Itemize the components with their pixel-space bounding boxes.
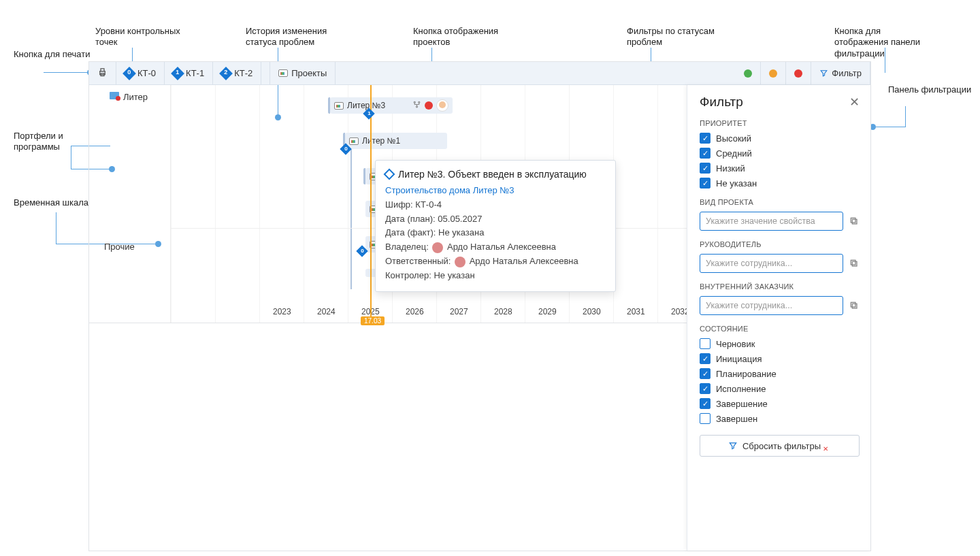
axis-year: 2028 xyxy=(494,307,512,316)
svg-rect-7 xyxy=(851,218,855,223)
kt2-icon: 2 xyxy=(219,67,233,80)
chk-none[interactable]: Не указан xyxy=(700,178,860,189)
kt1-icon: 1 xyxy=(171,67,184,80)
chk-high[interactable]: Высокий xyxy=(700,133,860,144)
chk-mid[interactable]: Средний xyxy=(700,148,860,159)
reset-label: Сбросить фильтры xyxy=(742,441,821,451)
tooltip-link[interactable]: Строительство дома Литер №3 xyxy=(385,185,514,195)
svg-rect-9 xyxy=(851,260,855,265)
status-red-button[interactable] xyxy=(786,62,811,84)
sec-kind: ВИД ПРОЕКТА xyxy=(700,198,860,206)
resp-label: Ответственный: xyxy=(385,256,451,266)
chk-plan[interactable]: Планирование xyxy=(700,368,860,379)
projects-icon xyxy=(278,69,288,77)
svg-rect-1 xyxy=(101,68,104,71)
svg-point-3 xyxy=(414,101,415,103)
kt0-button[interactable]: 0 КТ-0 xyxy=(116,62,165,84)
projects-label: Проекты xyxy=(291,68,327,78)
bar-liter3-label: Литер №3 xyxy=(347,101,385,110)
axis-year: 2031 xyxy=(627,307,645,316)
svg-point-4 xyxy=(419,101,420,103)
bar-liter1[interactable]: Литер №1 xyxy=(345,133,447,149)
print-icon xyxy=(97,67,108,80)
milestone-tooltip: Литер №3. Объект введен в эксплуатацию С… xyxy=(375,160,616,292)
sec-priority: ПРИОРИТЕТ xyxy=(700,119,860,127)
ann-timeline: Временная шкала xyxy=(14,197,88,208)
ann-projects: Кнопка отображения проектов xyxy=(413,26,508,48)
app-window: 0 КТ-0 1 КТ-1 2 КТ-2 Проекты Фильтр xyxy=(88,61,871,551)
axis-year: 2029 xyxy=(538,307,557,316)
copy-icon[interactable] xyxy=(849,216,860,227)
ann-filter-btn: Кнопка для отображения панели фильтрации xyxy=(834,26,930,59)
dot-green-icon xyxy=(744,69,752,78)
chk-init[interactable]: Инициация xyxy=(700,353,860,364)
fact-label: Дата (факт): xyxy=(385,227,436,238)
copy-icon[interactable] xyxy=(849,300,860,311)
sec-manager: РУКОВОДИТЕЛЬ xyxy=(700,240,860,248)
connector xyxy=(350,146,352,289)
status-orange-button[interactable] xyxy=(761,62,786,84)
svg-rect-11 xyxy=(851,302,855,307)
chk-done[interactable]: Завершен xyxy=(700,413,860,424)
svg-rect-6 xyxy=(852,219,857,224)
tooltip-title: Литер №3. Объект введен в эксплуатацию xyxy=(398,169,587,180)
filter-panel: Фильтр ✕ ПРИОРИТЕТ Высокий Средний Низки… xyxy=(687,85,870,551)
filter-icon xyxy=(819,69,828,78)
kt2-label: КТ-2 xyxy=(234,68,252,78)
branch-icon xyxy=(412,100,421,111)
group-other[interactable]: Прочие xyxy=(89,235,170,276)
axis-year: 2030 xyxy=(583,307,601,316)
chk-draft[interactable]: Черновик xyxy=(700,338,860,349)
axis-year: 2026 xyxy=(406,307,424,316)
project-kind-input[interactable] xyxy=(700,212,843,231)
sec-state: СОСТОЯНИЕ xyxy=(700,325,860,333)
projects-button[interactable]: Проекты xyxy=(270,62,336,84)
customer-input[interactable] xyxy=(700,296,843,315)
user-avatar-icon xyxy=(436,99,448,112)
plan-val: 05.05.2027 xyxy=(438,214,482,224)
bar-liter3[interactable]: Литер №3 xyxy=(330,97,453,114)
print-button[interactable] xyxy=(89,62,116,84)
axis-year: 2024 xyxy=(317,307,336,316)
group-liter[interactable]: Литер xyxy=(89,85,170,126)
chk-low[interactable]: Низкий xyxy=(700,163,860,174)
project-icon xyxy=(349,137,359,145)
axis-year: 2027 xyxy=(450,307,468,316)
resp-val: Ардо Наталья Алексеевна xyxy=(470,256,578,266)
ann-history: История изменения статуса проблем xyxy=(246,26,341,48)
ann-filter-panel: Панель фильтрации xyxy=(888,84,971,95)
copy-icon[interactable] xyxy=(849,258,860,269)
kt1-label: КТ-1 xyxy=(186,68,204,78)
owner-val: Ардо Наталья Алексеевна xyxy=(447,242,556,252)
filter-close-button[interactable]: ✕ xyxy=(849,95,860,110)
owner-label: Владелец: xyxy=(385,242,429,252)
ann-kt: Уровни контрольных точек xyxy=(95,26,191,48)
fact-val: Не указана xyxy=(438,227,484,238)
avatar-icon xyxy=(432,242,443,253)
group-liter-label: Литер xyxy=(123,92,148,102)
manager-input[interactable] xyxy=(700,254,843,273)
today-line: 17.03 xyxy=(370,85,372,316)
ann-print: Кнопка для печати xyxy=(14,49,90,60)
svg-rect-8 xyxy=(852,261,857,266)
svg-point-5 xyxy=(416,106,417,108)
reset-filters-button[interactable]: Сбросить фильтры ✕ xyxy=(700,435,860,457)
toolbar: 0 КТ-0 1 КТ-1 2 КТ-2 Проекты Фильтр xyxy=(89,62,870,85)
svg-rect-10 xyxy=(852,304,857,308)
code-label: Шифр: xyxy=(385,199,413,210)
axis-year: 2023 xyxy=(273,307,291,316)
kt0-label: КТ-0 xyxy=(137,68,156,78)
status-green-button[interactable] xyxy=(736,62,761,84)
chk-end[interactable]: Завершение xyxy=(700,398,860,409)
kt0-icon: 0 xyxy=(122,67,136,80)
filter-button[interactable]: Фильтр xyxy=(811,62,870,84)
dot-orange-icon xyxy=(769,69,777,78)
avatar-icon xyxy=(455,257,466,267)
folder-icon xyxy=(110,92,119,99)
kt1-button[interactable]: 1 КТ-1 xyxy=(165,62,213,84)
sec-customer: ВНУТРЕННИЙ ЗАКАЗЧИК xyxy=(700,282,860,291)
separator xyxy=(261,62,270,84)
kt2-button[interactable]: 2 КТ-2 xyxy=(213,62,261,84)
ann-issue-filters: Фильтры по статусам проблем xyxy=(627,26,722,48)
chk-exec[interactable]: Исполнение xyxy=(700,383,860,394)
